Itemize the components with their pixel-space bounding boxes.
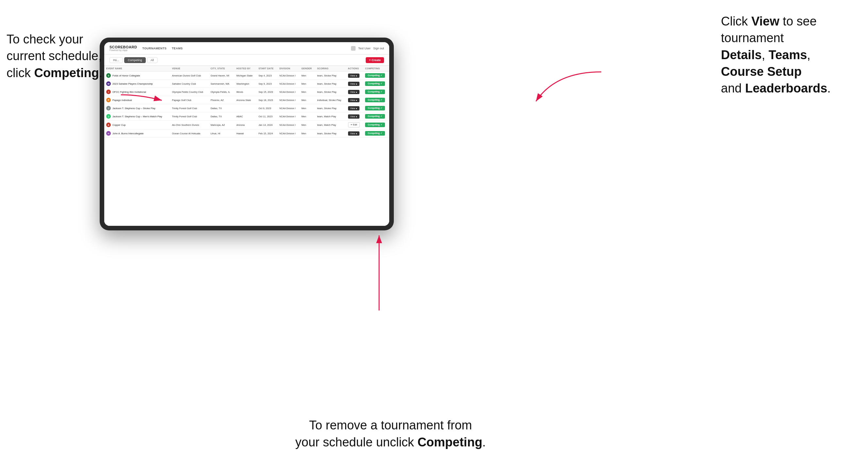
col-actions: ACTIONS: [346, 66, 364, 71]
competing-button[interactable]: Competing ✓: [365, 114, 385, 119]
cell-hosted-by: Michigan State: [234, 71, 256, 80]
event-name-text: OFCC Fighting Illini Invitational: [113, 91, 146, 93]
view-button[interactable]: View ●: [348, 73, 360, 78]
nav-username: Test User: [358, 47, 371, 50]
cell-event-name: P Papago Individual: [104, 96, 170, 104]
cell-scoring: team, Match Play: [315, 121, 346, 129]
cell-division: NCAA Division I: [277, 121, 299, 129]
cell-scoring: team, Stroke Play: [315, 71, 346, 80]
view-button[interactable]: View ●: [348, 82, 360, 86]
table-row: P Papago Individual Papago Golf ClubPhoe…: [104, 96, 389, 104]
cell-hosted-by: ABAC: [234, 113, 256, 121]
nav-sign-out[interactable]: Sign out: [373, 47, 384, 50]
cell-division: NCAA Division I: [277, 96, 299, 104]
tournaments-table: EVENT NAME VENUE CITY, STATE HOSTED BY S…: [104, 66, 389, 137]
cell-gender: Men: [299, 71, 315, 80]
cell-competing: Competing ✓: [363, 71, 389, 80]
table-row: I OFCC Fighting Illini Invitational Olym…: [104, 88, 389, 96]
col-scoring: SCORING: [315, 66, 346, 71]
col-city-state: CITY, STATE: [209, 66, 234, 71]
cell-scoring: team, Stroke Play: [315, 80, 346, 88]
cell-city: Grand Haven, MI: [209, 71, 234, 80]
filter-bar: Ho... Competing All + Create: [104, 55, 389, 66]
user-icon: [351, 46, 355, 51]
table-header-row: EVENT NAME VENUE CITY, STATE HOSTED BY S…: [104, 66, 389, 71]
cell-venue: Papago Golf Club: [170, 96, 209, 104]
cell-venue: American Dunes Golf Club: [170, 71, 209, 80]
team-logo: P: [106, 98, 111, 102]
cell-start-date: Sep 4, 2023: [256, 71, 277, 80]
view-button[interactable]: View ●: [348, 131, 360, 136]
cell-actions: View ●: [346, 96, 364, 104]
col-competing: COMPETING: [363, 66, 389, 71]
competing-button[interactable]: Competing ✓: [365, 90, 385, 94]
nav-links: TOURNAMENTS TEAMS: [142, 46, 351, 51]
competing-button[interactable]: Competing ✓: [365, 98, 385, 102]
competing-button[interactable]: Competing ✓: [365, 106, 385, 111]
col-hosted-by: HOSTED BY: [234, 66, 256, 71]
cell-competing: Competing ✓: [363, 113, 389, 121]
cell-start-date: Oct 9, 2023: [256, 104, 277, 113]
cell-hosted-by: Arizona: [234, 121, 256, 129]
cell-hosted-by: Washington: [234, 80, 256, 88]
cell-gender: Men: [299, 113, 315, 121]
cell-event-name: J Jackson T. Stephens Cup – Men's Match …: [104, 113, 170, 121]
cell-competing: Competing ✓: [363, 96, 389, 104]
competing-button[interactable]: Competing ✓: [365, 73, 385, 78]
annotation-top-right: Click View to seetournamentDetails, Team…: [721, 13, 862, 97]
team-logo: J: [106, 106, 111, 111]
cell-start-date: Sep 9, 2023: [256, 80, 277, 88]
view-button[interactable]: View ●: [348, 90, 360, 94]
edit-button[interactable]: ✏ Edit: [348, 122, 360, 127]
cell-start-date: Feb 15, 2024: [256, 129, 277, 137]
tablet-screen: SCOREBOARD Powered by clippi TOURNAMENTS…: [104, 42, 389, 226]
table-row: J Jackson T. Stephens Cup – Stroke Play …: [104, 104, 389, 113]
annotation-top-left: To check yourcurrent schedule,click Comp…: [6, 31, 131, 82]
view-button[interactable]: View ●: [348, 98, 360, 102]
cell-event-name: A Copper Cup: [104, 121, 170, 129]
competing-button[interactable]: Competing ✓: [365, 82, 385, 86]
table-container: EVENT NAME VENUE CITY, STATE HOSTED BY S…: [104, 66, 389, 226]
cell-start-date: Sep 15, 2023: [256, 88, 277, 96]
col-division: DIVISION: [277, 66, 299, 71]
cell-venue: Sahalee Country Club: [170, 80, 209, 88]
cell-city: Sammamish, WA: [209, 80, 234, 88]
cell-city: Dallas, TX: [209, 113, 234, 121]
cell-start-date: Jan 14, 2024: [256, 121, 277, 129]
create-button[interactable]: + Create: [366, 57, 384, 63]
arrow-view-button: [536, 72, 601, 101]
cell-venue: Ocean Course At Hokuala: [170, 129, 209, 137]
cell-gender: Men: [299, 129, 315, 137]
view-button[interactable]: View ●: [348, 106, 360, 111]
team-logo: H: [106, 131, 111, 136]
cell-actions: View ●: [346, 80, 364, 88]
cell-division: NCAA Division I: [277, 129, 299, 137]
cell-scoring: team, Stroke Play: [315, 88, 346, 96]
cell-start-date: Sep 18, 2023: [256, 96, 277, 104]
competing-button[interactable]: Competing ✓: [365, 123, 385, 127]
table-row: H John A. Burns Intercollegiate Ocean Co…: [104, 129, 389, 137]
cell-gender: Men: [299, 88, 315, 96]
cell-event-name: I OFCC Fighting Illini Invitational: [104, 88, 170, 96]
event-name-text: Papago Individual: [113, 99, 132, 102]
cell-scoring: team, Stroke Play: [315, 104, 346, 113]
cell-division: NCAA Division I: [277, 104, 299, 113]
cell-scoring: individual, Stroke Play: [315, 96, 346, 104]
nav-teams[interactable]: TEAMS: [172, 46, 183, 51]
table-row: S Folds of Honor Collegiate American Dun…: [104, 71, 389, 80]
cell-venue: Trinity Forest Golf Club: [170, 104, 209, 113]
nav-tournaments[interactable]: TOURNAMENTS: [142, 46, 166, 51]
cell-hosted-by: Hawaii: [234, 129, 256, 137]
cell-event-name: H John A. Burns Intercollegiate: [104, 129, 170, 137]
cell-competing: Competing ✓: [363, 88, 389, 96]
annotation-bottom: To remove a tournament fromyour schedule…: [268, 417, 513, 451]
cell-city: Phoenix, AZ: [209, 96, 234, 104]
cell-competing: Competing ✓: [363, 104, 389, 113]
tab-all[interactable]: All: [147, 57, 157, 63]
cell-hosted-by: [234, 104, 256, 113]
cell-city: Maricopa, AZ: [209, 121, 234, 129]
cell-city: Dallas, TX: [209, 104, 234, 113]
competing-button[interactable]: Competing ✓: [365, 131, 385, 136]
view-button[interactable]: View ●: [348, 114, 360, 119]
team-logo: J: [106, 114, 111, 119]
